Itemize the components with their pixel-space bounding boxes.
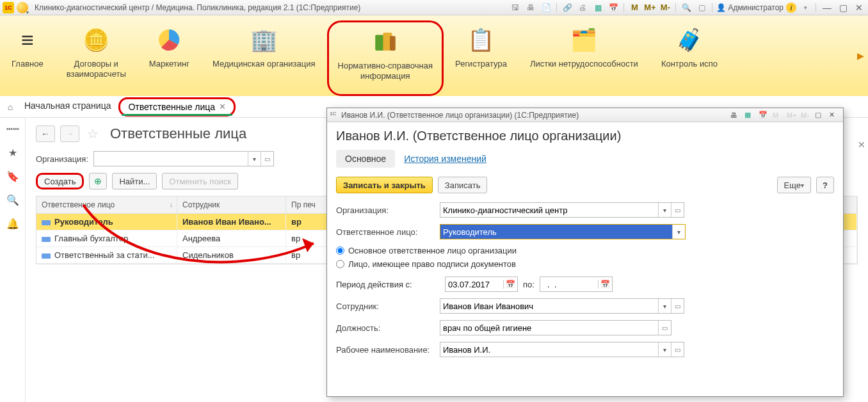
nav-medorg[interactable]: 🏢 Медицинская организация: [201, 20, 327, 96]
chevron-down-icon[interactable]: ▾: [658, 203, 671, 217]
tab-responsible-persons[interactable]: Ответственные лица ✕: [118, 97, 236, 117]
main-menu-dropdown[interactable]: [17, 2, 28, 13]
tab-responsible-label: Ответственные лица: [128, 102, 215, 112]
period-from-field[interactable]: 📅: [445, 277, 518, 292]
svg-rect-1: [375, 35, 384, 51]
dialog-header: Иванов И.И. (Ответственное лицо организа…: [336, 129, 834, 143]
zoom-icon[interactable]: 🔍: [680, 2, 693, 13]
maximize-button[interactable]: ▢: [837, 3, 850, 13]
home-icon[interactable]: ⌂: [4, 102, 17, 112]
create-button[interactable]: Создать: [36, 173, 84, 189]
nav-forward-button[interactable]: →: [60, 125, 79, 142]
tag-icon[interactable]: 🔖: [6, 170, 19, 182]
open-ref-icon[interactable]: ▭: [671, 299, 684, 313]
user-name: Администратор: [728, 3, 784, 12]
cancel-find-button[interactable]: Отменить поиск: [162, 173, 238, 189]
chevron-down-icon[interactable]: ▾: [658, 342, 671, 357]
nav-control[interactable]: 🧳 Контроль испо: [650, 20, 729, 96]
nav-contracts[interactable]: 🪙 Договоры и взаиморасчеты: [55, 20, 138, 96]
nav-registration[interactable]: 📋 Регистратура: [444, 20, 518, 96]
user-block[interactable]: 👤 Администратор: [716, 3, 784, 12]
open-ref-icon[interactable]: ▭: [658, 321, 671, 335]
nav-reference-info[interactable]: Нормативно-справочная информация: [327, 20, 444, 96]
panel-close-icon[interactable]: ✕: [858, 140, 865, 150]
help-button[interactable]: ?: [816, 177, 834, 193]
info-dropdown-icon[interactable]: ▾: [799, 2, 812, 13]
col-role[interactable]: Ответственное лицо: [36, 197, 177, 213]
tab-home[interactable]: Начальная страница: [17, 97, 118, 117]
open-ref-icon[interactable]: ▭: [261, 152, 273, 166]
star-icon[interactable]: ☆: [87, 126, 99, 141]
dlg-resp-combo[interactable]: ▾: [440, 224, 686, 239]
info-icon[interactable]: i: [786, 3, 796, 13]
panel-icon[interactable]: ▢: [695, 2, 708, 13]
close-icon[interactable]: ✕: [219, 102, 226, 111]
cell-role: Главный бухгалтер: [54, 234, 128, 243]
calendar-icon[interactable]: 📅: [503, 280, 517, 289]
tab-main[interactable]: Основное: [336, 150, 395, 168]
close-button[interactable]: ✕: [829, 111, 840, 119]
dlg-workname-combo[interactable]: ▾ ▭: [440, 342, 684, 357]
open-ref-icon[interactable]: ▭: [671, 203, 684, 217]
apps-icon[interactable]: ┅┅: [6, 123, 19, 135]
maximize-button[interactable]: ▢: [815, 111, 826, 119]
dlg-pos-input[interactable]: [440, 321, 658, 335]
nav-sickleave[interactable]: 🗂️ Листки нетрудоспособности: [518, 20, 650, 96]
dlg-resp-input[interactable]: [440, 225, 672, 239]
calendar-icon[interactable]: 📅: [759, 111, 770, 119]
dlg-workname-input[interactable]: [440, 342, 658, 357]
tab-history[interactable]: История изменений: [395, 150, 495, 168]
calc-icon[interactable]: ▦: [744, 111, 756, 119]
main-toolbar: ≡ Главное 🪙 Договоры и взаиморасчеты Мар…: [0, 15, 868, 96]
period-to-input[interactable]: [540, 277, 598, 291]
save-button[interactable]: Записать: [438, 177, 488, 193]
bell-icon[interactable]: 🔔: [6, 218, 19, 230]
more-button[interactable]: Еще: [777, 177, 811, 193]
org-input[interactable]: [94, 152, 248, 166]
toolbar-scroll-right[interactable]: ▶: [857, 51, 864, 61]
m-button[interactable]: M: [628, 2, 641, 13]
cell-emp: Андреева: [177, 230, 286, 246]
period-from-input[interactable]: [446, 277, 503, 291]
calendar-icon[interactable]: 📅: [607, 2, 620, 13]
period-label: Период действия с:: [336, 280, 440, 289]
print-icon[interactable]: 🖶: [524, 2, 537, 13]
org-combo[interactable]: ▾ ▭: [93, 151, 274, 166]
nav-medorg-label: Медицинская организация: [213, 59, 316, 69]
m-minus-button[interactable]: M-: [659, 2, 671, 13]
favorites-icon[interactable]: ★: [8, 147, 17, 159]
chevron-down-icon[interactable]: ▾: [658, 299, 671, 313]
save-icon[interactable]: 🖫: [509, 2, 522, 13]
col-employee[interactable]: Сотрудник: [177, 197, 286, 213]
m-plus-button[interactable]: M+: [643, 2, 656, 13]
link-icon[interactable]: 🔗: [561, 2, 574, 13]
nav-marketing[interactable]: Маркетинг: [138, 20, 201, 96]
dlg-emp-combo[interactable]: ▾ ▭: [440, 298, 684, 314]
chevron-down-icon[interactable]: ▾: [672, 225, 685, 239]
search-icon[interactable]: 🔍: [6, 194, 19, 206]
close-button[interactable]: ✕: [853, 3, 865, 13]
dlg-pos-label: Должность:: [336, 323, 440, 333]
dlg-emp-input[interactable]: [440, 299, 658, 313]
print2-icon[interactable]: 🖨: [576, 2, 589, 13]
chevron-down-icon[interactable]: ▾: [248, 152, 261, 166]
dlg-org-input[interactable]: [440, 203, 658, 217]
dlg-org-combo[interactable]: ▾ ▭: [440, 202, 684, 218]
doc-icon[interactable]: 📄: [540, 2, 552, 13]
open-ref-icon[interactable]: ▭: [671, 342, 684, 357]
print-icon[interactable]: 🖶: [730, 111, 742, 119]
copy-button[interactable]: ⊕: [89, 173, 107, 189]
find-button[interactable]: Найти...: [112, 173, 157, 189]
nav-back-button[interactable]: ←: [36, 125, 55, 142]
minimize-button[interactable]: —: [820, 3, 834, 13]
calc-icon[interactable]: ▦: [591, 2, 604, 13]
dlg-pos-combo[interactable]: ▭: [440, 320, 671, 335]
radio-signing-person[interactable]: [336, 260, 344, 268]
calendar-icon[interactable]: 📅: [598, 280, 612, 289]
cell-role: Руководитель: [54, 217, 113, 227]
cell-role: Ответственный за стати...: [54, 250, 155, 260]
save-close-button[interactable]: Записать и закрыть: [336, 177, 433, 193]
period-to-field[interactable]: 📅: [540, 277, 613, 292]
nav-main[interactable]: ≡ Главное: [0, 20, 55, 96]
radio-main-person[interactable]: [336, 246, 344, 255]
